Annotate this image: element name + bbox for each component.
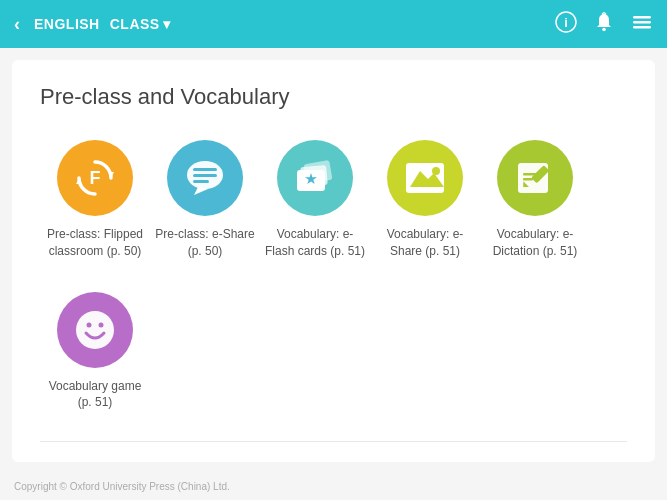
icon-grid-row2: Vocabulary: Graded worksheets (p. 51) ? …	[40, 458, 627, 462]
item-label: Vocabulary: e-Dictation (p. 51)	[484, 226, 586, 260]
vocabgame-icon	[57, 292, 133, 368]
svg-text:F: F	[90, 168, 101, 188]
svg-point-29	[87, 322, 92, 327]
svg-rect-13	[193, 168, 217, 171]
svg-point-30	[99, 322, 104, 327]
svg-rect-27	[523, 178, 533, 181]
info-icon[interactable]: i	[555, 11, 577, 38]
chevron-down-icon: ▾	[163, 16, 171, 32]
list-item[interactable]: Vocabulary: e-Flash cards (p. 51)	[260, 134, 370, 266]
main-content: Pre-class and Vocabulary F Pre-class: Fl…	[12, 60, 655, 462]
nav-icons: i	[555, 11, 653, 38]
row-divider	[40, 441, 627, 442]
bell-icon[interactable]	[593, 11, 615, 38]
nav-class-dropdown[interactable]: CLASS ▾	[110, 16, 170, 32]
list-item[interactable]: Vocabulary game (p. 51)	[40, 286, 150, 418]
back-button[interactable]: ‹	[14, 14, 20, 35]
svg-point-28	[76, 311, 114, 349]
eshare-vocab-icon	[387, 140, 463, 216]
eflash-icon	[277, 140, 353, 216]
nav-class-label: CLASS	[110, 16, 160, 32]
copyright-text: Copyright © Oxford University Press (Chi…	[14, 481, 230, 492]
page-title: Pre-class and Vocabulary	[40, 84, 627, 110]
svg-point-22	[432, 167, 440, 175]
list-item[interactable]: F Pre-class: Flipped classroom (p. 50)	[40, 134, 150, 266]
item-label: Vocabulary: e-Share (p. 51)	[374, 226, 476, 260]
svg-text:i: i	[564, 15, 568, 30]
list-item[interactable]: Vocabulary: Graded worksheets (p. 51)	[40, 458, 150, 462]
svg-point-2	[602, 27, 606, 31]
menu-icon[interactable]	[631, 11, 653, 38]
list-item[interactable]: ? Graded worksheets (Answer key)(p. 51)	[150, 458, 260, 462]
footer: Copyright © Oxford University Press (Chi…	[14, 481, 230, 492]
svg-rect-26	[523, 173, 537, 176]
item-label: Vocabulary: e-Flash cards (p. 51)	[264, 226, 366, 260]
item-label: Vocabulary game (p. 51)	[44, 378, 146, 412]
svg-rect-7	[633, 26, 651, 29]
eshare-preclass-icon	[167, 140, 243, 216]
svg-rect-5	[633, 16, 651, 19]
list-item[interactable]: Vocabulary: e-Share (p. 51)	[370, 134, 480, 266]
item-label: Pre-class: Flipped classroom (p. 50)	[44, 226, 146, 260]
list-item[interactable]: Vocabulary: e-Dictation (p. 51)	[480, 134, 590, 266]
svg-line-3	[602, 12, 604, 14]
top-nav: ‹ ENGLISH CLASS ▾ i	[0, 0, 667, 48]
svg-rect-14	[193, 174, 217, 177]
item-label: Pre-class: e-Share (p. 50)	[154, 226, 256, 260]
list-item[interactable]: Pre-class: e-Share (p. 50)	[150, 134, 260, 266]
svg-marker-9	[76, 178, 82, 184]
svg-line-4	[604, 12, 606, 14]
svg-marker-8	[108, 172, 114, 178]
flipped-classroom-icon: F	[57, 140, 133, 216]
icon-grid: F Pre-class: Flipped classroom (p. 50) P…	[40, 134, 627, 437]
svg-rect-15	[193, 180, 209, 183]
svg-rect-6	[633, 21, 651, 24]
edictation-icon	[497, 140, 573, 216]
nav-english-label: ENGLISH	[34, 16, 100, 32]
